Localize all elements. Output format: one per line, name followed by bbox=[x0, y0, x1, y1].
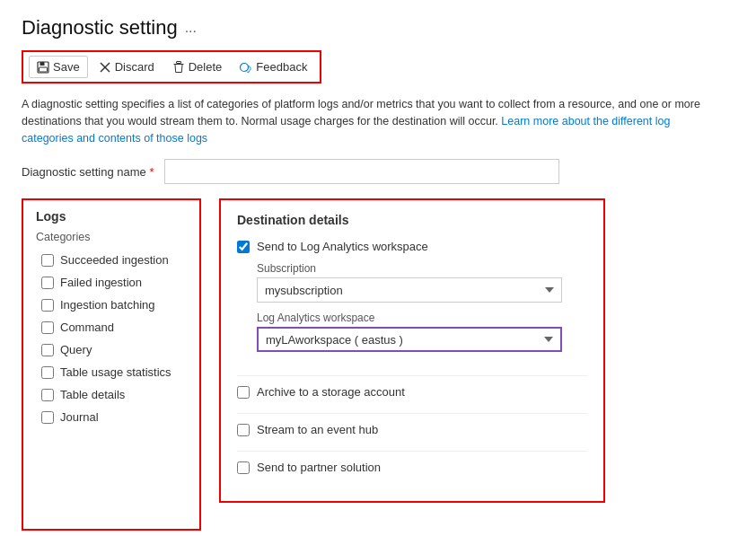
delete-icon bbox=[172, 61, 185, 74]
succeeded-ingestion-checkbox[interactable] bbox=[41, 254, 54, 267]
feedback-label: Feedback bbox=[256, 60, 307, 74]
succeeded-ingestion-label: Succeeded ingestion bbox=[60, 253, 169, 267]
storage-account-checkbox[interactable] bbox=[237, 386, 250, 399]
discard-button[interactable]: Discard bbox=[92, 57, 162, 77]
setting-name-label: Diagnostic setting name * bbox=[22, 165, 154, 179]
left-panel: Logs Categories Succeeded ingestion Fail… bbox=[22, 198, 201, 536]
partner-solution-label: Send to partner solution bbox=[257, 461, 381, 474]
svg-rect-1 bbox=[40, 62, 45, 66]
table-usage-statistics-label: Table usage statistics bbox=[60, 365, 171, 379]
storage-account-label: Archive to a storage account bbox=[257, 385, 405, 399]
required-star: * bbox=[149, 165, 154, 179]
subscription-select[interactable]: mysubscription bbox=[257, 277, 562, 303]
query-label: Query bbox=[60, 343, 92, 356]
journal-label: Journal bbox=[60, 410, 99, 424]
list-item: Succeeded ingestion bbox=[36, 249, 187, 271]
ellipsis-menu[interactable]: ... bbox=[185, 20, 197, 36]
workspace-label: Log Analytics workspace bbox=[257, 312, 587, 324]
failed-ingestion-label: Failed ingestion bbox=[60, 276, 142, 289]
table-details-checkbox[interactable] bbox=[41, 389, 54, 401]
categories-label: Categories bbox=[36, 231, 187, 243]
divider-1 bbox=[237, 375, 587, 376]
feedback-icon bbox=[240, 61, 252, 74]
partner-solution-checkbox[interactable] bbox=[237, 461, 250, 474]
logs-panel: Logs Categories Succeeded ingestion Fail… bbox=[22, 198, 201, 531]
discard-icon bbox=[99, 61, 111, 74]
event-hub-checkbox[interactable] bbox=[237, 424, 250, 436]
description-text: A diagnostic setting specifies a list of… bbox=[22, 96, 722, 146]
list-item: Failed ingestion bbox=[36, 271, 187, 294]
log-analytics-label: Send to Log Analytics workspace bbox=[257, 240, 428, 253]
discard-label: Discard bbox=[115, 60, 154, 74]
subscription-label: Subscription bbox=[257, 262, 587, 275]
event-hub-section: Stream to an event hub bbox=[237, 423, 587, 436]
table-usage-statistics-checkbox[interactable] bbox=[41, 366, 54, 379]
main-content: Logs Categories Succeeded ingestion Fail… bbox=[22, 198, 734, 536]
workspace-select[interactable]: myLAworkspace ( eastus ) bbox=[257, 327, 562, 352]
ingestion-batching-checkbox[interactable] bbox=[41, 299, 54, 312]
list-item: Table usage statistics bbox=[36, 361, 187, 383]
log-analytics-sub: Subscription mysubscription Log Analytic… bbox=[237, 262, 587, 361]
save-label: Save bbox=[53, 60, 80, 74]
failed-ingestion-checkbox[interactable] bbox=[41, 277, 54, 289]
divider-2 bbox=[237, 413, 587, 414]
setting-name-row: Diagnostic setting name * bbox=[22, 159, 734, 184]
log-analytics-section: Send to Log Analytics workspace Subscrip… bbox=[237, 240, 587, 361]
svg-rect-2 bbox=[40, 67, 48, 72]
event-hub-row: Stream to an event hub bbox=[237, 423, 587, 436]
svg-point-7 bbox=[241, 63, 249, 71]
delete-label: Delete bbox=[189, 60, 223, 74]
divider-3 bbox=[237, 451, 587, 452]
storage-account-section: Archive to a storage account bbox=[237, 385, 587, 399]
list-item: Command bbox=[36, 316, 187, 338]
command-checkbox[interactable] bbox=[41, 321, 54, 334]
event-hub-label: Stream to an event hub bbox=[257, 423, 378, 436]
list-item: Journal bbox=[36, 406, 187, 428]
svg-rect-6 bbox=[176, 61, 180, 63]
journal-checkbox[interactable] bbox=[41, 411, 54, 424]
destination-title: Destination details bbox=[237, 213, 587, 227]
page-title: Diagnostic setting bbox=[22, 16, 178, 40]
destination-panel: Destination details Send to Log Analytic… bbox=[219, 198, 605, 503]
feedback-button[interactable]: Feedback bbox=[233, 57, 314, 77]
save-button[interactable]: Save bbox=[29, 56, 88, 78]
logs-title: Logs bbox=[36, 209, 187, 224]
svg-rect-5 bbox=[173, 64, 183, 65]
query-checkbox[interactable] bbox=[41, 344, 54, 356]
page-header: Diagnostic setting ... bbox=[22, 16, 734, 40]
ingestion-batching-label: Ingestion batching bbox=[60, 298, 155, 312]
list-item: Ingestion batching bbox=[36, 294, 187, 316]
save-icon bbox=[37, 61, 49, 74]
partner-solution-row: Send to partner solution bbox=[237, 461, 587, 474]
setting-name-input[interactable] bbox=[164, 159, 559, 184]
toolbar: Save Discard Delete Feedback bbox=[22, 50, 321, 83]
delete-button[interactable]: Delete bbox=[165, 57, 230, 77]
table-details-label: Table details bbox=[60, 388, 125, 401]
list-item: Table details bbox=[36, 383, 187, 406]
command-label: Command bbox=[60, 321, 114, 334]
log-analytics-row: Send to Log Analytics workspace bbox=[237, 240, 587, 253]
list-item: Query bbox=[36, 338, 187, 361]
partner-solution-section: Send to partner solution bbox=[237, 461, 587, 474]
storage-account-row: Archive to a storage account bbox=[237, 385, 587, 399]
log-analytics-checkbox[interactable] bbox=[237, 241, 250, 253]
